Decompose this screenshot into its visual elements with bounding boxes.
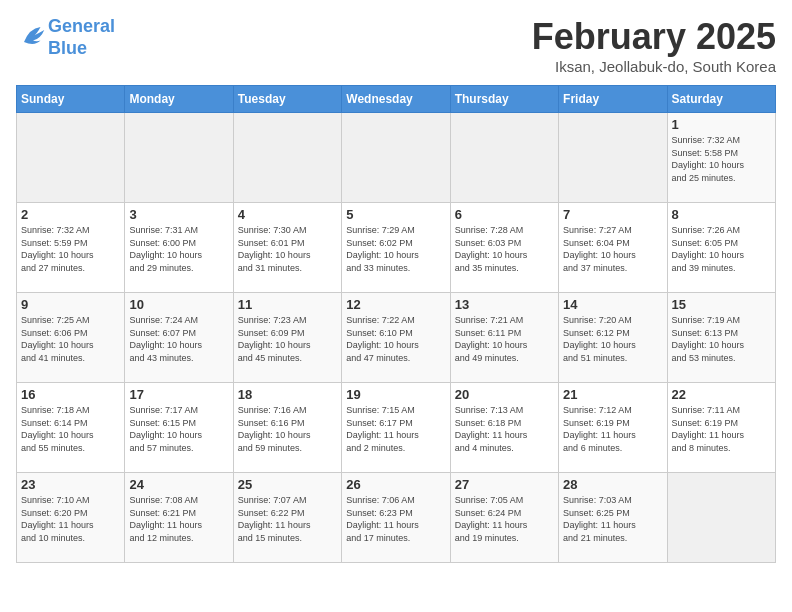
day-cell: [125, 113, 233, 203]
day-cell: [559, 113, 667, 203]
day-info: Sunrise: 7:22 AM Sunset: 6:10 PM Dayligh…: [346, 314, 445, 364]
day-cell: 24Sunrise: 7:08 AM Sunset: 6:21 PM Dayli…: [125, 473, 233, 563]
day-number: 27: [455, 477, 554, 492]
day-number: 23: [21, 477, 120, 492]
day-cell: 25Sunrise: 7:07 AM Sunset: 6:22 PM Dayli…: [233, 473, 341, 563]
day-info: Sunrise: 7:24 AM Sunset: 6:07 PM Dayligh…: [129, 314, 228, 364]
day-number: 22: [672, 387, 771, 402]
weekday-header-friday: Friday: [559, 86, 667, 113]
day-info: Sunrise: 7:15 AM Sunset: 6:17 PM Dayligh…: [346, 404, 445, 454]
day-cell: [342, 113, 450, 203]
location: Iksan, Jeollabuk-do, South Korea: [532, 58, 776, 75]
day-cell: [450, 113, 558, 203]
day-number: 7: [563, 207, 662, 222]
week-row-3: 16Sunrise: 7:18 AM Sunset: 6:14 PM Dayli…: [17, 383, 776, 473]
day-number: 19: [346, 387, 445, 402]
day-cell: 15Sunrise: 7:19 AM Sunset: 6:13 PM Dayli…: [667, 293, 775, 383]
week-row-4: 23Sunrise: 7:10 AM Sunset: 6:20 PM Dayli…: [17, 473, 776, 563]
day-number: 2: [21, 207, 120, 222]
day-info: Sunrise: 7:03 AM Sunset: 6:25 PM Dayligh…: [563, 494, 662, 544]
day-number: 5: [346, 207, 445, 222]
day-cell: 7Sunrise: 7:27 AM Sunset: 6:04 PM Daylig…: [559, 203, 667, 293]
day-info: Sunrise: 7:07 AM Sunset: 6:22 PM Dayligh…: [238, 494, 337, 544]
day-number: 4: [238, 207, 337, 222]
week-row-0: 1Sunrise: 7:32 AM Sunset: 5:58 PM Daylig…: [17, 113, 776, 203]
day-number: 25: [238, 477, 337, 492]
day-info: Sunrise: 7:25 AM Sunset: 6:06 PM Dayligh…: [21, 314, 120, 364]
day-info: Sunrise: 7:13 AM Sunset: 6:18 PM Dayligh…: [455, 404, 554, 454]
weekday-header-thursday: Thursday: [450, 86, 558, 113]
logo-text: General Blue: [48, 16, 115, 59]
day-number: 16: [21, 387, 120, 402]
day-number: 20: [455, 387, 554, 402]
day-number: 15: [672, 297, 771, 312]
logo: General Blue: [16, 16, 115, 59]
day-number: 12: [346, 297, 445, 312]
weekday-header-wednesday: Wednesday: [342, 86, 450, 113]
day-info: Sunrise: 7:23 AM Sunset: 6:09 PM Dayligh…: [238, 314, 337, 364]
day-number: 8: [672, 207, 771, 222]
day-info: Sunrise: 7:11 AM Sunset: 6:19 PM Dayligh…: [672, 404, 771, 454]
day-cell: 17Sunrise: 7:17 AM Sunset: 6:15 PM Dayli…: [125, 383, 233, 473]
day-cell: 27Sunrise: 7:05 AM Sunset: 6:24 PM Dayli…: [450, 473, 558, 563]
day-cell: 2Sunrise: 7:32 AM Sunset: 5:59 PM Daylig…: [17, 203, 125, 293]
day-number: 3: [129, 207, 228, 222]
day-number: 1: [672, 117, 771, 132]
weekday-header-saturday: Saturday: [667, 86, 775, 113]
day-info: Sunrise: 7:30 AM Sunset: 6:01 PM Dayligh…: [238, 224, 337, 274]
day-cell: 20Sunrise: 7:13 AM Sunset: 6:18 PM Dayli…: [450, 383, 558, 473]
day-cell: 23Sunrise: 7:10 AM Sunset: 6:20 PM Dayli…: [17, 473, 125, 563]
day-info: Sunrise: 7:05 AM Sunset: 6:24 PM Dayligh…: [455, 494, 554, 544]
day-number: 14: [563, 297, 662, 312]
logo-line2: Blue: [48, 38, 87, 58]
day-cell: 4Sunrise: 7:30 AM Sunset: 6:01 PM Daylig…: [233, 203, 341, 293]
day-cell: [17, 113, 125, 203]
logo-icon: [18, 21, 48, 51]
day-number: 11: [238, 297, 337, 312]
page-header: General Blue February 2025 Iksan, Jeolla…: [16, 16, 776, 75]
day-cell: 18Sunrise: 7:16 AM Sunset: 6:16 PM Dayli…: [233, 383, 341, 473]
day-info: Sunrise: 7:17 AM Sunset: 6:15 PM Dayligh…: [129, 404, 228, 454]
day-info: Sunrise: 7:32 AM Sunset: 5:58 PM Dayligh…: [672, 134, 771, 184]
day-info: Sunrise: 7:16 AM Sunset: 6:16 PM Dayligh…: [238, 404, 337, 454]
day-number: 17: [129, 387, 228, 402]
day-cell: 8Sunrise: 7:26 AM Sunset: 6:05 PM Daylig…: [667, 203, 775, 293]
day-cell: 26Sunrise: 7:06 AM Sunset: 6:23 PM Dayli…: [342, 473, 450, 563]
day-cell: [233, 113, 341, 203]
day-info: Sunrise: 7:26 AM Sunset: 6:05 PM Dayligh…: [672, 224, 771, 274]
day-cell: 16Sunrise: 7:18 AM Sunset: 6:14 PM Dayli…: [17, 383, 125, 473]
month-title: February 2025: [532, 16, 776, 58]
week-row-1: 2Sunrise: 7:32 AM Sunset: 5:59 PM Daylig…: [17, 203, 776, 293]
day-cell: 3Sunrise: 7:31 AM Sunset: 6:00 PM Daylig…: [125, 203, 233, 293]
weekday-header-tuesday: Tuesday: [233, 86, 341, 113]
day-info: Sunrise: 7:29 AM Sunset: 6:02 PM Dayligh…: [346, 224, 445, 274]
weekday-header-row: SundayMondayTuesdayWednesdayThursdayFrid…: [17, 86, 776, 113]
day-number: 26: [346, 477, 445, 492]
weekday-header-sunday: Sunday: [17, 86, 125, 113]
day-cell: 21Sunrise: 7:12 AM Sunset: 6:19 PM Dayli…: [559, 383, 667, 473]
calendar-table: SundayMondayTuesdayWednesdayThursdayFrid…: [16, 85, 776, 563]
day-info: Sunrise: 7:21 AM Sunset: 6:11 PM Dayligh…: [455, 314, 554, 364]
day-cell: 9Sunrise: 7:25 AM Sunset: 6:06 PM Daylig…: [17, 293, 125, 383]
day-cell: 13Sunrise: 7:21 AM Sunset: 6:11 PM Dayli…: [450, 293, 558, 383]
day-cell: 22Sunrise: 7:11 AM Sunset: 6:19 PM Dayli…: [667, 383, 775, 473]
day-info: Sunrise: 7:27 AM Sunset: 6:04 PM Dayligh…: [563, 224, 662, 274]
day-number: 13: [455, 297, 554, 312]
day-cell: 14Sunrise: 7:20 AM Sunset: 6:12 PM Dayli…: [559, 293, 667, 383]
day-cell: [667, 473, 775, 563]
day-cell: 6Sunrise: 7:28 AM Sunset: 6:03 PM Daylig…: [450, 203, 558, 293]
day-cell: 10Sunrise: 7:24 AM Sunset: 6:07 PM Dayli…: [125, 293, 233, 383]
day-info: Sunrise: 7:20 AM Sunset: 6:12 PM Dayligh…: [563, 314, 662, 364]
day-number: 6: [455, 207, 554, 222]
day-info: Sunrise: 7:18 AM Sunset: 6:14 PM Dayligh…: [21, 404, 120, 454]
day-info: Sunrise: 7:08 AM Sunset: 6:21 PM Dayligh…: [129, 494, 228, 544]
day-info: Sunrise: 7:10 AM Sunset: 6:20 PM Dayligh…: [21, 494, 120, 544]
day-number: 9: [21, 297, 120, 312]
day-cell: 19Sunrise: 7:15 AM Sunset: 6:17 PM Dayli…: [342, 383, 450, 473]
day-info: Sunrise: 7:19 AM Sunset: 6:13 PM Dayligh…: [672, 314, 771, 364]
day-cell: 11Sunrise: 7:23 AM Sunset: 6:09 PM Dayli…: [233, 293, 341, 383]
day-number: 18: [238, 387, 337, 402]
day-cell: 1Sunrise: 7:32 AM Sunset: 5:58 PM Daylig…: [667, 113, 775, 203]
day-info: Sunrise: 7:06 AM Sunset: 6:23 PM Dayligh…: [346, 494, 445, 544]
day-info: Sunrise: 7:32 AM Sunset: 5:59 PM Dayligh…: [21, 224, 120, 274]
